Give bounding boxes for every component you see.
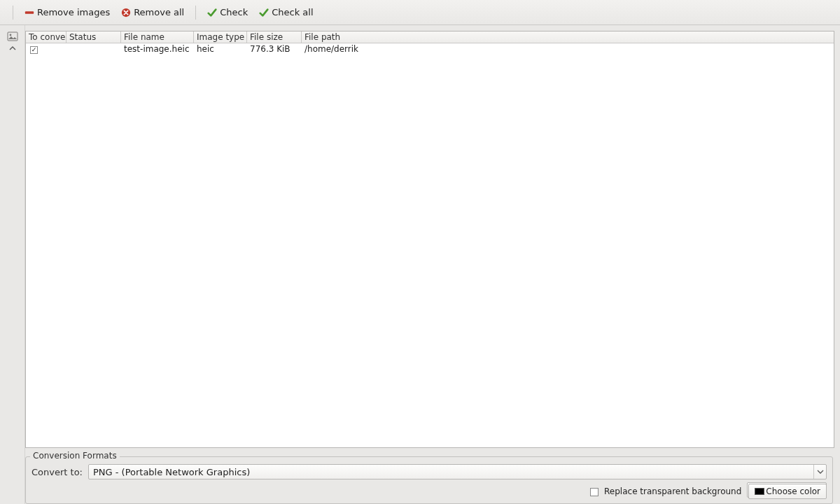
col-header-to-convert[interactable]: To convert [26,31,66,43]
col-header-file-path[interactable]: File path [302,31,834,43]
toolbar: Remove images Remove all Check Check all [0,0,840,25]
convert-to-value: PNG - (Portable Network Graphics) [93,467,250,477]
table-row[interactable]: ✓ test-image.heic heic 776.3 KiB /home/d… [26,43,834,54]
svg-rect-0 [25,11,34,14]
x-circle-icon [121,8,131,18]
remove-all-label: Remove all [134,7,184,18]
cell-file-name: test-image.heic [121,44,194,54]
left-sidebar-strip [0,25,25,504]
cell-image-type: heic [194,44,247,54]
check-icon [207,8,217,18]
check-button[interactable]: Check [203,5,252,20]
group-label: Conversion Formats [30,451,120,461]
choose-color-label: Choose color [766,486,820,496]
convert-to-row: Convert to: PNG - (Portable Network Grap… [31,464,827,479]
col-header-file-size[interactable]: File size [247,31,302,43]
replace-bg-label: Replace transparent background [604,486,741,496]
bottom-panel: Conversion Formats Convert to: PNG - (Po… [25,451,840,504]
remove-all-button[interactable]: Remove all [117,5,188,20]
replace-bg-option[interactable]: Replace transparent background [590,486,741,496]
color-swatch [755,488,764,495]
row-checkbox[interactable]: ✓ [30,46,38,54]
check-icon [259,8,269,18]
convert-to-label: Convert to: [31,467,83,477]
col-header-status[interactable]: Status [66,31,121,43]
conversion-formats-group: Conversion Formats Convert to: PNG - (Po… [25,456,833,504]
table-header-row: To convert Status File name Image type F… [26,31,834,43]
image-icon[interactable] [7,31,18,42]
chevron-up-icon[interactable] [9,43,16,50]
cell-file-path: /home/derrik [302,44,834,54]
check-label: Check [220,7,248,18]
check-all-button[interactable]: Check all [255,5,317,20]
replace-bg-checkbox[interactable] [590,488,598,496]
remove-images-label: Remove images [37,7,110,18]
check-all-label: Check all [272,7,313,18]
svg-rect-2 [8,32,18,41]
cell-file-size: 776.3 KiB [247,44,302,54]
remove-images-button[interactable]: Remove images [20,5,114,20]
transparent-bg-row: Replace transparent background Choose co… [590,484,827,499]
svg-point-3 [9,34,11,36]
col-header-file-name[interactable]: File name [121,31,194,43]
chevron-down-icon[interactable] [813,465,826,479]
col-header-image-type[interactable]: Image type [194,31,247,43]
toolbar-separator [13,6,13,20]
minus-icon [24,8,34,18]
convert-to-combobox[interactable]: PNG - (Portable Network Graphics) [88,464,827,479]
file-table: To convert Status File name Image type F… [25,31,834,448]
toolbar-separator [195,6,196,20]
cell-to-convert[interactable]: ✓ [26,44,66,54]
main-area: To convert Status File name Image type F… [25,25,840,504]
choose-color-button[interactable]: Choose color [748,484,827,499]
cell-status [66,44,121,54]
